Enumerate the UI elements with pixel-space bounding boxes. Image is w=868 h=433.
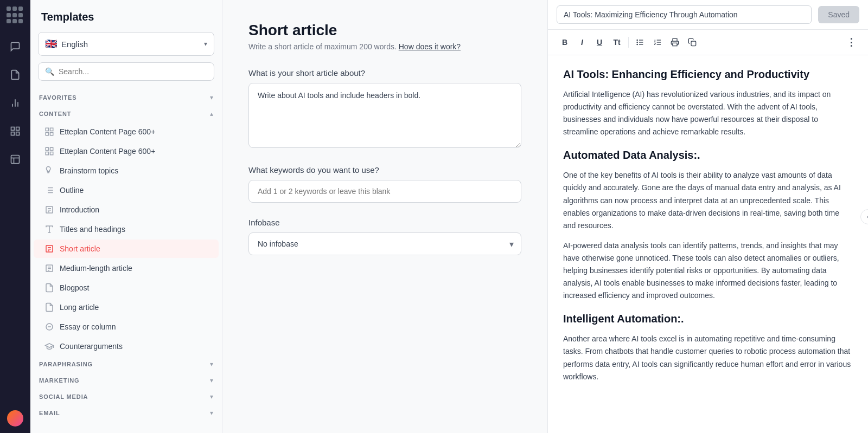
- email-toggle-icon: ▾: [210, 409, 213, 417]
- sidebar-item-short-article[interactable]: Short article: [34, 240, 219, 258]
- content-label: CONTENT: [39, 111, 71, 117]
- svg-rect-3: [11, 127, 15, 131]
- search-box: 🔍: [38, 62, 214, 81]
- svg-rect-14: [46, 147, 48, 150]
- paraphrasing-toggle-icon: ▾: [210, 360, 213, 368]
- flag-icon: 🇬🇧: [45, 38, 57, 50]
- language-label: English: [61, 40, 200, 49]
- marketing-section-header[interactable]: MARKETING ▾: [30, 372, 222, 389]
- svg-rect-13: [50, 133, 53, 135]
- editor-content: AI Tools: Enhancing Efficiency and Produ…: [548, 55, 868, 433]
- sidebar-item-titles[interactable]: Titles and headings: [34, 220, 219, 238]
- favorites-label: FAVORITES: [39, 94, 76, 101]
- sidebar-item-medium-article[interactable]: Medium-length article: [34, 259, 219, 277]
- language-selector[interactable]: 🇬🇧 English ▾: [38, 32, 214, 56]
- italic-button[interactable]: I: [574, 34, 590, 50]
- svg-rect-16: [46, 152, 48, 155]
- marketing-label: MARKETING: [39, 377, 80, 384]
- social-media-toggle-icon: ▾: [210, 393, 213, 400]
- infobase-label: Infobase: [248, 218, 521, 227]
- sidebar-item-outline[interactable]: Outline: [34, 181, 219, 199]
- sidebar-item-blogpost-label: Blogpost: [60, 283, 89, 292]
- nav-layout-icon[interactable]: [5, 150, 25, 169]
- svg-point-47: [637, 44, 637, 44]
- svg-rect-5: [11, 132, 15, 135]
- editor-heading-automated: Automated Data Analysis:.: [563, 149, 853, 161]
- keywords-input[interactable]: [248, 180, 521, 203]
- print-button[interactable]: [667, 34, 683, 50]
- copy-button[interactable]: [684, 34, 700, 50]
- main-form: Short article Write a short article of m…: [222, 0, 548, 433]
- svg-rect-15: [50, 147, 53, 150]
- sidebar-item-counterarguments[interactable]: Counterarguments: [34, 337, 219, 356]
- sidebar-item-long-article-label: Long article: [60, 303, 99, 312]
- toolbar-divider: [628, 37, 629, 48]
- more-button[interactable]: ⋮: [843, 34, 859, 50]
- icon-navigation: [0, 0, 30, 433]
- sidebar-item-medium-article-label: Medium-length article: [60, 264, 132, 273]
- about-textarea[interactable]: Write about AI tools and include headers…: [248, 83, 521, 148]
- content-section-header[interactable]: CONTENT ▴: [30, 106, 222, 122]
- sidebar-item-blogpost[interactable]: Blogpost: [34, 279, 219, 297]
- editor-paragraph-4: Another area where AI tools excel is in …: [563, 333, 853, 383]
- nav-chart-icon[interactable]: [5, 93, 25, 113]
- editor-panel: Saved B I U Tt ⋮ AI Tools: Enhanc: [548, 0, 868, 433]
- font-size-button[interactable]: Tt: [609, 34, 625, 50]
- search-input[interactable]: [59, 67, 207, 76]
- editor-heading-intelligent: Intelligent Automation:.: [563, 313, 853, 325]
- chevron-down-icon: ▾: [204, 40, 207, 48]
- nav-chat-icon[interactable]: [5, 37, 25, 56]
- page-subtitle: Write a short article of maximum 200 wor…: [248, 42, 521, 51]
- app-logo: [7, 7, 24, 24]
- favorites-section-header[interactable]: FAVORITES ▾: [30, 89, 222, 106]
- keywords-label: What keywords do you want to use?: [248, 165, 521, 175]
- sidebar-item-etteplan2-label: Etteplan Content Page 600+: [60, 147, 155, 156]
- svg-point-45: [637, 40, 637, 40]
- editor-content-title: AI Tools: Enhancing Efficiency and Produ…: [563, 68, 853, 81]
- svg-rect-12: [46, 133, 48, 135]
- sidebar-item-introduction[interactable]: Introduction: [34, 201, 219, 219]
- sidebar-item-long-article[interactable]: Long article: [34, 298, 219, 316]
- editor-paragraph-2: One of the key benefits of AI tools is t…: [563, 169, 853, 231]
- email-section-header[interactable]: EMAIL ▾: [30, 405, 222, 421]
- saved-button[interactable]: Saved: [818, 6, 859, 23]
- email-label: EMAIL: [39, 410, 60, 416]
- editor-title-input[interactable]: [557, 5, 812, 24]
- editor-title-bar: Saved: [548, 0, 868, 30]
- search-icon: 🔍: [45, 67, 54, 76]
- keywords-form-group: What keywords do you want to use?: [248, 165, 521, 203]
- sidebar-item-outline-label: Outline: [60, 186, 84, 195]
- sidebar-item-etteplan1-label: Etteplan Content Page 600+: [60, 127, 155, 136]
- bold-button[interactable]: B: [557, 34, 573, 50]
- social-media-label: SOCIAL MEDIA: [39, 393, 88, 400]
- nav-grid-icon[interactable]: [5, 121, 25, 141]
- sidebar-item-essay[interactable]: Essay or column: [34, 318, 219, 336]
- sidebar-item-introduction-label: Introduction: [60, 205, 99, 214]
- underline-button[interactable]: U: [591, 34, 608, 50]
- sidebar: Templates 🇬🇧 English ▾ 🔍 FAVORITES ▾ CON…: [30, 0, 222, 433]
- sidebar-item-essay-label: Essay or column: [60, 322, 116, 331]
- how-does-it-work-link[interactable]: How does it work?: [399, 42, 461, 51]
- sidebar-item-titles-label: Titles and headings: [60, 225, 125, 234]
- infobase-select-wrapper: No infobase ▾: [248, 232, 521, 255]
- svg-rect-17: [50, 152, 53, 155]
- sidebar-item-counterarguments-label: Counterarguments: [60, 342, 123, 351]
- about-form-group: What is your short article about? Write …: [248, 68, 521, 150]
- infobase-select[interactable]: No infobase: [248, 232, 521, 255]
- nav-document-icon[interactable]: [5, 65, 25, 85]
- sidebar-item-brainstorm[interactable]: Brainstorm topics: [34, 161, 219, 180]
- bullet-list-button[interactable]: [632, 34, 648, 50]
- number-list-button[interactable]: [649, 34, 666, 50]
- avatar[interactable]: [7, 410, 23, 426]
- about-label: What is your short article about?: [248, 68, 521, 77]
- sidebar-item-etteplan1[interactable]: Etteplan Content Page 600+: [34, 122, 219, 141]
- sidebar-item-etteplan2[interactable]: Etteplan Content Page 600+: [34, 142, 219, 160]
- svg-rect-6: [16, 132, 20, 135]
- social-media-section-header[interactable]: SOCIAL MEDIA ▾: [30, 389, 222, 405]
- paraphrasing-section-header[interactable]: PARAPHRASING ▾: [30, 356, 222, 372]
- sidebar-title: Templates: [30, 0, 222, 32]
- content-toggle-icon: ▴: [210, 110, 213, 118]
- svg-rect-52: [691, 41, 696, 46]
- sidebar-item-short-article-label: Short article: [60, 244, 100, 253]
- paraphrasing-label: PARAPHRASING: [39, 361, 93, 367]
